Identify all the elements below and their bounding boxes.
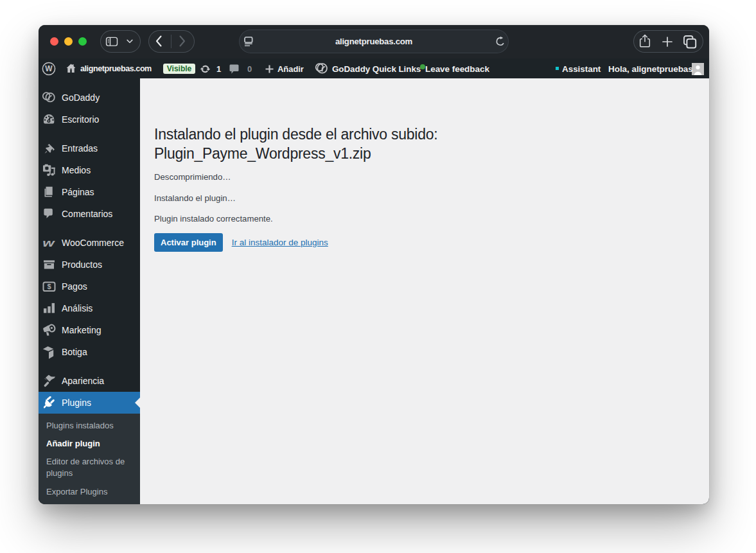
svg-text:W: W: [45, 64, 53, 73]
svg-text:$: $: [47, 283, 51, 290]
svg-text:w: w: [42, 237, 55, 249]
